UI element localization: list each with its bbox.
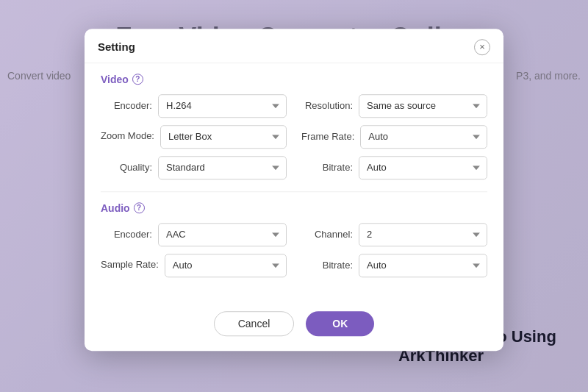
video-bitrate-row: Bitrate: Auto 1000k 2000k 4000k 8000k [301,156,487,179]
video-bitrate-select[interactable]: Auto 1000k 2000k 4000k 8000k [359,156,487,179]
sample-rate-label: Sample Rate: [101,259,159,271]
frame-rate-label: Frame Rate: [301,131,354,142]
quality-label: Quality: [101,162,152,173]
resolution-select[interactable]: Same as source 1920×1080 1280×720 854×48… [359,94,487,118]
audio-bitrate-select[interactable]: Auto 64k 128k 192k 320k [359,254,487,277]
dialog-header: Setting × [85,29,503,63]
close-button[interactable]: × [474,39,490,55]
dialog-title: Setting [98,40,135,53]
video-section-label: Video ? [101,74,487,85]
video-help-icon[interactable]: ? [132,74,143,85]
quality-select[interactable]: Standard High Low [158,156,287,179]
settings-dialog: Setting × Video ? Encoder: H.264 H.265 M… [85,29,503,351]
audio-encoder-select[interactable]: AAC MP3 AC3 OGG [158,223,287,246]
dialog-footer: Cancel OK [85,304,503,351]
audio-form-grid: Encoder: AAC MP3 AC3 OGG Channel: 2 1 4 … [101,223,487,277]
zoom-mode-row: Zoom Mode: Letter Box Pan & Scan Full No… [101,125,287,149]
sample-rate-row: Sample Rate: Auto 22050 44100 48000 [101,254,287,277]
audio-encoder-row: Encoder: AAC MP3 AC3 OGG [101,223,287,246]
sample-rate-select[interactable]: Auto 22050 44100 48000 [165,254,287,277]
channel-row: Channel: 2 1 4 6 [301,223,487,246]
zoom-mode-select[interactable]: Letter Box Pan & Scan Full None [160,125,287,149]
ok-button[interactable]: OK [306,311,374,336]
channel-select[interactable]: 2 1 4 6 [359,223,487,246]
quality-row: Quality: Standard High Low [101,156,287,179]
audio-bitrate-row: Bitrate: Auto 64k 128k 192k 320k [301,254,487,277]
zoom-mode-label: Zoom Mode: [101,130,154,143]
video-encoder-row: Encoder: H.264 H.265 MPEG-4 VP8 VP9 [101,94,287,118]
frame-rate-select[interactable]: Auto 23.97 24 25 29.97 30 60 [360,125,487,149]
audio-section-label: Audio ? [101,202,487,214]
frame-rate-row: Frame Rate: Auto 23.97 24 25 29.97 30 60 [301,125,487,149]
video-encoder-label: Encoder: [101,100,152,111]
video-form-grid: Encoder: H.264 H.265 MPEG-4 VP8 VP9 Reso… [101,94,487,179]
channel-label: Channel: [301,229,353,240]
video-encoder-select[interactable]: H.264 H.265 MPEG-4 VP8 VP9 [158,94,287,118]
audio-help-icon[interactable]: ? [134,202,145,213]
resolution-label: Resolution: [301,100,353,111]
resolution-row: Resolution: Same as source 1920×1080 128… [301,94,487,118]
video-bitrate-label: Bitrate: [301,162,353,173]
audio-encoder-label: Encoder: [101,229,152,240]
dialog-body: Video ? Encoder: H.264 H.265 MPEG-4 VP8 … [85,63,503,304]
section-divider [101,191,487,192]
cancel-button[interactable]: Cancel [214,311,295,336]
audio-bitrate-label: Bitrate: [301,260,353,271]
